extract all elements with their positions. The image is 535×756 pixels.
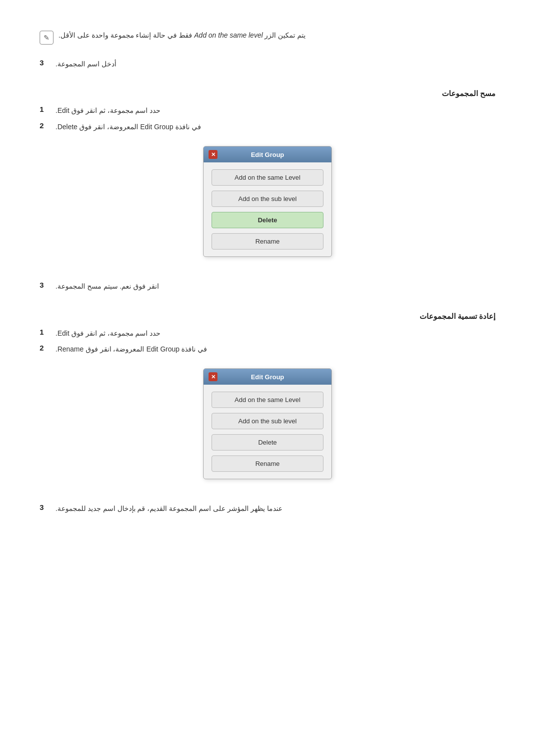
dialog1-btn-rename[interactable]: Rename [212,233,323,250]
rename-step1: حدد اسم مجموعة، ثم انقر فوق Edit. 1 [40,328,495,339]
delete-step1-text: حدد اسم مجموعة، ثم انقر فوق Edit. [55,105,160,116]
edit-group-dialog-1: ✕ Edit Group Add on the same Level Add o… [203,146,332,257]
edit-group-dialog-2: ✕ Edit Group Add on the same Level Add o… [203,368,332,479]
rename-step3-text: عندما يظهر المؤشر على اسم المجموعة القدي… [55,503,282,514]
rename-step1-text: حدد اسم مجموعة، ثم انقر فوق Edit. [55,328,160,339]
dialog1-titlebar: ✕ Edit Group [204,147,331,162]
add-group-step3-text: أدخل اسم المجموعة. [55,58,116,69]
dialog2-btn-same-level[interactable]: Add on the same Level [212,392,323,408]
rename-section-heading: إعادة تسمية المجموعات [40,312,495,321]
add-group-step3-num: 3 [40,58,50,67]
dialog1-btn-same-level[interactable]: Add on the same Level [212,169,323,186]
dialog2-title: Edit Group [251,373,284,381]
delete-step1: حدد اسم مجموعة، ثم انقر فوق Edit. 1 [40,105,495,116]
rename-step2-num: 2 [40,344,50,352]
rename-step3-num: 3 [40,503,50,511]
delete-step2-num: 2 [40,121,50,130]
rename-step2: في نافذة Edit Group المعروضة، انقر فوق R… [40,344,495,354]
add-group-step3: أدخل اسم المجموعة. 3 [40,58,495,69]
dialog1-title: Edit Group [251,151,284,158]
dialog1-container: ✕ Edit Group Add on the same Level Add o… [40,139,495,269]
dialog2-close-btn[interactable]: ✕ [209,372,217,381]
delete-step1-num: 1 [40,105,50,113]
dialog2-container: ✕ Edit Group Add on the same Level Add o… [40,361,495,491]
dialog2-btn-sub-level[interactable]: Add on the sub level [212,413,323,429]
rename-step3: عندما يظهر المؤشر على اسم المجموعة القدي… [40,503,495,514]
rename-step2-text: في نافذة Edit Group المعروضة، انقر فوق R… [55,344,207,354]
dialog1-btn-delete[interactable]: Delete [212,212,323,228]
dialog1-body: Add on the same Level Add on the sub lev… [204,162,331,256]
delete-section-heading: مسح المجموعات [40,89,495,98]
note-text: يتم تمكين الزر Add on the same level فقط… [58,30,306,41]
delete-step2-text: في نافذة Edit Group المعروضة، انقر فوق D… [55,121,201,132]
dialog2-body: Add on the same Level Add on the sub lev… [204,385,331,479]
delete-step3-num: 3 [40,281,50,289]
dialog2-btn-delete[interactable]: Delete [212,434,323,451]
page-content: يتم تمكين الزر Add on the same level فقط… [40,30,495,514]
dialog2-titlebar: ✕ Edit Group [204,369,331,385]
delete-step2: في نافذة Edit Group المعروضة، انقر فوق D… [40,121,495,132]
dialog1-close-btn[interactable]: ✕ [209,150,217,159]
dialog1-btn-sub-level[interactable]: Add on the sub level [212,191,323,207]
note-line: يتم تمكين الزر Add on the same level فقط… [40,30,495,45]
edit-note-icon: ✎ [40,31,54,45]
dialog2-btn-rename[interactable]: Rename [212,455,323,472]
rename-step1-num: 1 [40,328,50,336]
delete-step3-text: انقر فوق نعم. سيتم مسح المجموعة. [55,281,159,292]
delete-step3: انقر فوق نعم. سيتم مسح المجموعة. 3 [40,281,495,292]
